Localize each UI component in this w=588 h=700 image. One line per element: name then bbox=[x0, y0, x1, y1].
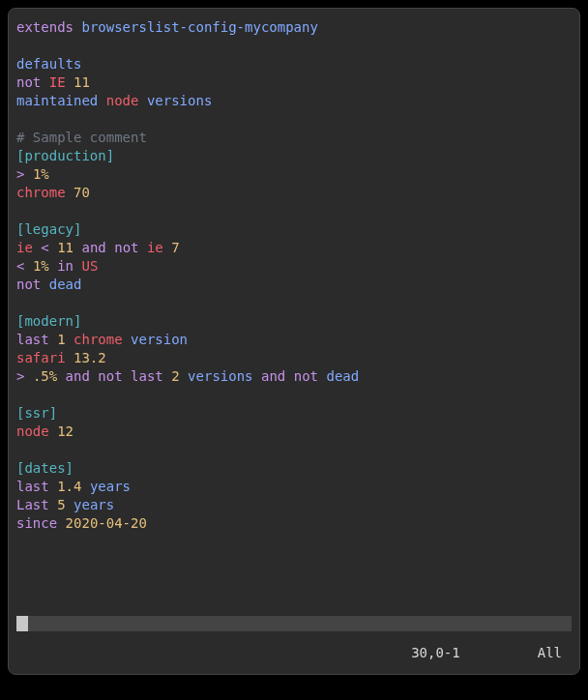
token-keyword: and bbox=[66, 368, 90, 384]
token-plain bbox=[285, 368, 293, 384]
code-line bbox=[16, 386, 572, 404]
token-browser: IE bbox=[49, 74, 66, 90]
token-number: 1% bbox=[33, 166, 49, 182]
token-plain bbox=[163, 368, 171, 384]
token-number: 7 bbox=[171, 240, 179, 255]
token-plain bbox=[66, 350, 74, 365]
code-line: [production] bbox=[16, 147, 572, 165]
scrollbar-thumb[interactable] bbox=[16, 616, 28, 631]
token-browser: safari bbox=[16, 350, 66, 365]
token-plain bbox=[66, 74, 74, 90]
token-plain bbox=[24, 258, 32, 274]
code-line: Last 5 years bbox=[16, 496, 572, 514]
token-plain bbox=[139, 240, 147, 255]
token-number: 13.2 bbox=[74, 350, 106, 365]
token-plain bbox=[106, 240, 114, 255]
code-line: node 12 bbox=[16, 423, 572, 441]
code-line: chrome 70 bbox=[16, 184, 572, 202]
token-section: [modern] bbox=[16, 313, 81, 329]
token-section: [dates] bbox=[16, 460, 74, 476]
token-string: versions bbox=[188, 368, 252, 384]
horizontal-scrollbar[interactable] bbox=[16, 616, 572, 631]
code-line: last 1 chrome version bbox=[16, 331, 572, 349]
token-number: 2 bbox=[171, 368, 179, 384]
token-string: version bbox=[131, 332, 188, 347]
code-line bbox=[16, 37, 572, 55]
token-keyword: Last bbox=[16, 497, 49, 512]
token-string: defaults bbox=[16, 56, 81, 72]
token-plain bbox=[138, 93, 146, 108]
token-keyword: not bbox=[16, 74, 41, 90]
code-line: maintained node versions bbox=[16, 92, 572, 110]
token-comment: # Sample comment bbox=[16, 130, 147, 145]
token-keyword: not bbox=[114, 240, 138, 255]
token-plain bbox=[98, 93, 105, 108]
token-keyword: last bbox=[16, 479, 49, 494]
code-line bbox=[16, 110, 572, 129]
token-string: years bbox=[90, 479, 131, 494]
status-bar: 30,0-1 All bbox=[9, 631, 579, 674]
token-number: 12 bbox=[57, 423, 74, 439]
code-line: > .5% and not last 2 versions and not de… bbox=[16, 367, 572, 386]
token-plain bbox=[41, 277, 48, 292]
token-browser: chrome bbox=[74, 332, 123, 347]
token-keyword: extends bbox=[16, 19, 74, 35]
token-browser: chrome bbox=[16, 185, 66, 200]
token-plain bbox=[180, 368, 188, 384]
code-line bbox=[16, 441, 572, 459]
token-string: maintained bbox=[16, 93, 98, 108]
token-plain bbox=[24, 368, 32, 384]
token-plain bbox=[24, 166, 32, 182]
token-string: years bbox=[74, 497, 114, 512]
token-plain bbox=[41, 74, 48, 90]
code-line bbox=[16, 294, 572, 312]
code-line: [dates] bbox=[16, 459, 572, 478]
token-plain bbox=[66, 497, 74, 512]
token-plain bbox=[123, 368, 131, 384]
token-browser: node bbox=[106, 93, 139, 108]
code-line: ie < 11 and not ie 7 bbox=[16, 239, 572, 257]
token-plain bbox=[81, 479, 89, 494]
token-plain bbox=[49, 423, 57, 439]
code-line: [modern] bbox=[16, 312, 572, 331]
code-line: > 1% bbox=[16, 165, 572, 184]
editor-content[interactable]: extends browserslist-config-mycompany de… bbox=[9, 9, 579, 616]
token-number: 1 bbox=[57, 332, 65, 347]
code-line: [legacy] bbox=[16, 220, 572, 239]
token-op: < bbox=[41, 240, 48, 255]
token-browser: ie bbox=[147, 240, 163, 255]
code-line: extends browserslist-config-mycompany bbox=[16, 18, 572, 37]
token-number: 5 bbox=[57, 497, 65, 512]
token-string: dead bbox=[326, 368, 359, 384]
token-plain bbox=[49, 497, 57, 512]
token-number: 1.4 bbox=[57, 479, 81, 494]
token-plain bbox=[49, 240, 57, 255]
token-plain bbox=[49, 258, 57, 274]
token-keyword: not bbox=[16, 277, 41, 292]
token-section: [ssr] bbox=[16, 405, 57, 421]
token-keyword: and bbox=[261, 368, 285, 384]
code-line: not IE 11 bbox=[16, 73, 572, 92]
token-section: [production] bbox=[16, 148, 114, 163]
code-line: last 1.4 years bbox=[16, 478, 572, 496]
token-plain bbox=[163, 240, 171, 255]
token-browser: US bbox=[81, 258, 98, 274]
token-keyword: and bbox=[81, 240, 105, 255]
token-number: .5% bbox=[33, 368, 57, 384]
token-plain bbox=[253, 368, 261, 384]
token-number: 11 bbox=[57, 240, 74, 255]
code-line: safari 13.2 bbox=[16, 349, 572, 367]
token-plain bbox=[57, 515, 65, 531]
token-number: 11 bbox=[74, 74, 90, 90]
token-keyword: not bbox=[294, 368, 318, 384]
token-string: versions bbox=[147, 93, 212, 108]
token-keyword: last bbox=[16, 332, 49, 347]
token-string: dead bbox=[49, 277, 82, 292]
cursor-position: 30,0-1 bbox=[411, 644, 460, 662]
code-line: defaults bbox=[16, 55, 572, 73]
token-section: [legacy] bbox=[16, 221, 81, 237]
code-line: since 2020-04-20 bbox=[16, 514, 572, 533]
scroll-indicator: All bbox=[538, 644, 562, 662]
token-plain bbox=[49, 332, 57, 347]
token-plain bbox=[66, 185, 74, 200]
